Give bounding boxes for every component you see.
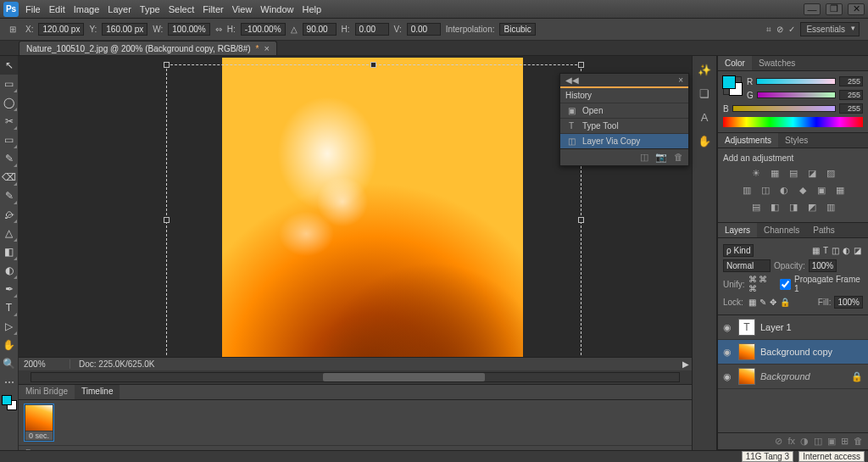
channel-B-slider[interactable] — [732, 105, 836, 112]
timeline-frame-1[interactable]: 0 sec. — [24, 404, 54, 442]
lock-icon[interactable]: ✥ — [770, 298, 776, 307]
restore-button[interactable]: ❐ — [826, 3, 843, 15]
history-tab[interactable]: History — [560, 86, 688, 103]
marquee-tool[interactable]: ▭ — [0, 75, 18, 93]
move-tool[interactable]: ↖ — [0, 56, 18, 75]
handle-top-left[interactable] — [164, 62, 170, 68]
tab-styles[interactable]: Styles — [778, 133, 815, 148]
menu-view[interactable]: View — [232, 4, 253, 14]
layer-row[interactable]: ◉ Background copy — [718, 340, 868, 365]
tab-color[interactable]: Color — [718, 56, 752, 70]
layer-filter-icon[interactable]: T — [823, 246, 828, 255]
channel-R-value[interactable]: 255 — [839, 76, 863, 86]
lasso-tool[interactable]: ◯ — [0, 93, 18, 112]
channel-G-value[interactable]: 255 — [839, 90, 863, 100]
close-document-icon[interactable]: × — [264, 43, 269, 53]
rotation-field[interactable]: 90.00 — [303, 23, 337, 36]
fill-field[interactable]: 100% — [834, 296, 863, 309]
h-scroll-thumb[interactable] — [323, 373, 485, 381]
lock-icon[interactable]: ✎ — [760, 298, 766, 307]
menu-type[interactable]: Type — [140, 4, 160, 14]
history-panel[interactable]: ◀◀ × History ▣OpenTType Tool◫Layer Via C… — [559, 73, 689, 166]
interp-select[interactable]: Bicubic — [499, 23, 535, 36]
fg-bg-color[interactable] — [2, 395, 17, 410]
layer-filter-icon[interactable]: ▦ — [812, 246, 820, 255]
eyedropper-tool[interactable]: ✎ — [0, 149, 18, 168]
workspace-select[interactable]: Essentials — [800, 22, 860, 36]
tab-layers[interactable]: Layers — [718, 223, 757, 237]
layers-footer-icon[interactable]: ⊞ — [841, 436, 849, 447]
layers-footer-icon[interactable]: 🗑 — [854, 436, 863, 447]
type-tool[interactable]: T — [0, 298, 18, 317]
layer-filter-icon[interactable]: ◐ — [843, 246, 850, 255]
tab-channels[interactable]: Channels — [757, 223, 806, 237]
adjustment-icon[interactable]: ▤ — [749, 200, 763, 214]
crop-tool[interactable]: ▭ — [0, 131, 18, 149]
adjustment-icon[interactable]: ▦ — [768, 166, 782, 180]
brush-tool[interactable]: ✎ — [0, 186, 18, 205]
adjustment-icon[interactable]: ▥ — [740, 183, 754, 197]
transform-bounds[interactable] — [166, 64, 581, 357]
y-field[interactable]: 160.00 px — [102, 23, 147, 36]
history-close-icon[interactable]: × — [678, 75, 683, 85]
adjustment-icon[interactable]: ◨ — [787, 200, 800, 214]
layer-name[interactable]: Layer 1 — [760, 322, 863, 332]
fg-bg-swatch[interactable] — [723, 76, 742, 95]
history-item[interactable]: ▣Open — [560, 103, 688, 118]
adjustment-icon[interactable]: ▥ — [824, 200, 837, 214]
channel-G-slider[interactable] — [757, 92, 836, 98]
channel-B-value[interactable]: 255 — [839, 103, 863, 114]
tab-paths[interactable]: Paths — [806, 223, 842, 237]
channel-R-slider[interactable] — [756, 78, 836, 85]
tab-timeline[interactable]: Timeline — [75, 385, 120, 399]
close-button[interactable]: ✕ — [848, 3, 865, 15]
layers-footer-icon[interactable]: ▣ — [827, 436, 836, 447]
menu-edit[interactable]: Edit — [49, 4, 65, 14]
adjustment-icon[interactable]: ◩ — [805, 200, 819, 214]
menu-layer[interactable]: Layer — [108, 4, 131, 14]
adjustment-icon[interactable]: ▦ — [833, 183, 847, 197]
history-item[interactable]: ◫Layer Via Copy — [560, 133, 688, 148]
layer-row[interactable]: ◉ T Layer 1 — [718, 315, 868, 340]
pen-tool[interactable]: ✒ — [0, 280, 18, 298]
nav-panel-icon[interactable]: ✋ — [696, 132, 713, 149]
adjustment-icon[interactable]: ◆ — [796, 183, 810, 197]
blend-mode-select[interactable]: Normal — [723, 259, 771, 272]
history-footer-icon[interactable]: ◫ — [640, 152, 648, 163]
adjustment-icon[interactable]: ▤ — [787, 166, 800, 180]
hand-tool[interactable]: ✋ — [0, 336, 18, 354]
frame-duration[interactable]: 0 sec. — [25, 431, 53, 440]
transform-ref-icon[interactable]: ⊞ — [5, 22, 20, 37]
zoom-tool[interactable]: 🔍 — [0, 354, 18, 373]
opacity-field[interactable]: 100% — [809, 259, 837, 272]
menu-file[interactable]: File — [25, 4, 41, 14]
layer-filter-icon[interactable]: ◫ — [832, 246, 839, 255]
visibility-icon[interactable]: ◉ — [723, 347, 733, 358]
gradient-tool[interactable]: ◐ — [0, 261, 18, 280]
adjustment-icon[interactable]: ☀ — [749, 166, 763, 180]
lock-icon[interactable]: ▦ — [748, 298, 756, 307]
minimize-button[interactable]: — — [804, 3, 821, 15]
stamp-tool[interactable]: ⌮ — [0, 205, 18, 224]
history-footer-icon[interactable]: 🗑 — [674, 152, 683, 163]
layer-row[interactable]: ◉ Background 🔒 — [718, 365, 868, 389]
adjustment-icon[interactable]: ◫ — [759, 183, 772, 197]
layer-filter-select[interactable]: ρ Kind — [723, 244, 754, 257]
character-panel-icon[interactable]: A — [696, 109, 713, 125]
adjustment-icon[interactable]: ◧ — [768, 200, 782, 214]
adjustment-icon[interactable]: ▣ — [815, 183, 828, 197]
layer-name[interactable]: Background — [760, 371, 846, 381]
color-spectrum[interactable] — [723, 117, 863, 127]
adjustment-icon[interactable]: ◐ — [777, 183, 791, 197]
adjustment-icon[interactable]: ▨ — [824, 166, 837, 180]
scrub-icon[interactable]: ▶ — [680, 359, 692, 369]
handle-mid-right[interactable] — [578, 217, 584, 223]
commit-transform-icon[interactable]: ✓ — [788, 25, 795, 34]
quick-select-tool[interactable]: ✂ — [0, 112, 18, 131]
link-wh-icon[interactable]: ⇔ — [215, 25, 222, 34]
layer-name[interactable]: Background copy — [760, 347, 863, 357]
history-collapse-icon[interactable]: ◀◀ — [565, 75, 579, 85]
cancel-transform-icon[interactable]: ⊘ — [776, 25, 783, 34]
warp-mode-icon[interactable]: ⌗ — [766, 25, 771, 35]
adjustment-icon[interactable]: ◪ — [805, 166, 819, 180]
